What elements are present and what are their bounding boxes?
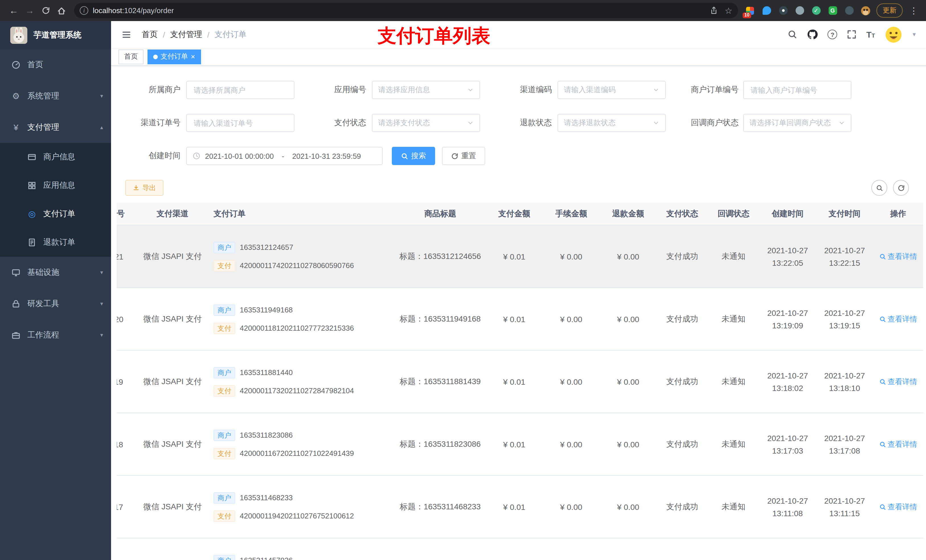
- extension-icon-6[interactable]: G: [828, 5, 838, 16]
- order-record-icon: ◎: [27, 209, 36, 219]
- sidebar-item-infra[interactable]: 基础设施 ▾: [0, 257, 111, 288]
- search-icon[interactable]: [788, 30, 797, 39]
- extension-icon-7[interactable]: [844, 5, 854, 16]
- url-bar[interactable]: i localhost:1024/pay/order ☆: [74, 3, 738, 18]
- bookmark-star-icon[interactable]: ☆: [725, 5, 732, 16]
- avatar-caret-icon[interactable]: ▾: [912, 31, 916, 38]
- view-detail-link[interactable]: 查看详情: [879, 314, 917, 324]
- reload-icon[interactable]: [38, 3, 53, 18]
- app-title: 芋道管理系统: [33, 30, 82, 40]
- forward-icon[interactable]: →: [22, 3, 38, 18]
- col-actions: 操作: [873, 208, 923, 219]
- sidebar-item-merchant-info[interactable]: 商户信息: [0, 143, 111, 171]
- extension-icon-5[interactable]: ✓: [811, 5, 821, 16]
- extension-icon-3[interactable]: [778, 5, 788, 16]
- pay-status-select[interactable]: 请选择支付状态: [372, 114, 480, 132]
- annotation-page-title: 支付订单列表: [378, 23, 490, 49]
- order-id-cell: 118: [117, 440, 138, 449]
- merchant-input[interactable]: [186, 81, 294, 99]
- view-detail-link[interactable]: 查看详情: [879, 439, 917, 449]
- merchant-order-no-input[interactable]: [743, 81, 851, 99]
- view-detail-link[interactable]: 查看详情: [879, 376, 917, 387]
- url-text: localhost:1024/pay/order: [93, 6, 174, 15]
- breadcrumb-pay[interactable]: 支付管理: [170, 29, 202, 39]
- fullscreen-icon[interactable]: [847, 30, 856, 39]
- chevron-down-icon: [838, 119, 845, 126]
- channel-code-select[interactable]: 请输入渠道编码: [558, 81, 666, 99]
- channel-order-no-input[interactable]: [186, 114, 294, 132]
- help-icon[interactable]: ?: [828, 30, 837, 39]
- fee-amount-cell: ¥ 0.00: [543, 314, 600, 323]
- table-row[interactable]: 121 微信 JSAPI 支付 商户 1635312124657 支付 4200…: [117, 225, 923, 288]
- pay-channel-cell: 微信 JSAPI 支付: [138, 502, 207, 512]
- reset-button[interactable]: 重置: [442, 147, 485, 165]
- sidebar-item-refund-order[interactable]: 退款订单: [0, 228, 111, 257]
- search-button[interactable]: 搜索: [392, 147, 435, 165]
- table-row[interactable]: 120 微信 JSAPI 支付 商户 1635311949168 支付 4200…: [117, 288, 923, 350]
- create-time-cell: 2021-10-2713:11:08: [759, 494, 816, 519]
- app-grid-icon: [27, 181, 36, 190]
- col-channel: 支付渠道: [138, 208, 207, 219]
- sidebar-item-app-info[interactable]: 应用信息: [0, 171, 111, 200]
- sidebar-item-devtools[interactable]: 研发工具 ▾: [0, 288, 111, 319]
- github-icon[interactable]: [807, 29, 818, 40]
- extensions-area: 10 ✓ G: [745, 5, 871, 16]
- fee-amount-cell: ¥ 0.00: [543, 377, 600, 386]
- tab-pay-order[interactable]: 支付订单 ×: [147, 49, 201, 64]
- merchant-tag: 商户: [213, 492, 235, 503]
- notify-status-select[interactable]: 请选择订单回调商户状态: [743, 114, 851, 132]
- sidebar-item-home[interactable]: 首页: [0, 49, 111, 80]
- breadcrumb-home[interactable]: 首页: [142, 29, 158, 39]
- refresh-button[interactable]: [893, 180, 909, 196]
- merchant-order-no: 1635312124657: [240, 243, 293, 252]
- browser-chrome: ← → i localhost:1024/pay/order ☆ 10 ✓ G: [0, 0, 926, 21]
- col-pay-time: 支付时间: [816, 208, 873, 219]
- sidebar-toggle-icon[interactable]: [121, 30, 132, 39]
- col-fee-amount: 手续金额: [543, 208, 600, 219]
- hide-search-button[interactable]: [872, 180, 887, 196]
- dashboard-icon: [11, 60, 21, 69]
- merchant-order-no: 1635311949168: [240, 306, 293, 314]
- pay-submenu: 商户信息 应用信息 ◎ 支付订单: [0, 143, 111, 257]
- tab-close-icon[interactable]: ×: [191, 53, 195, 60]
- refund-status-select[interactable]: 请选择退款状态: [558, 114, 666, 132]
- pay-status-cell: 支付成功: [657, 376, 708, 387]
- date-end-value: 2021-10-31 23:59:59: [292, 152, 361, 160]
- extension-icon-8[interactable]: [861, 5, 871, 16]
- refund-amount-cell: ¥ 0.00: [600, 252, 657, 261]
- view-detail-link[interactable]: 查看详情: [879, 502, 917, 512]
- extension-icon-1[interactable]: 10: [745, 5, 755, 16]
- export-button[interactable]: 导出: [125, 180, 163, 196]
- sidebar-item-workflow[interactable]: 工作流程 ▾: [0, 319, 111, 350]
- extension-icon-2[interactable]: [761, 5, 772, 16]
- font-size-icon[interactable]: TT: [866, 30, 875, 39]
- app-id-select[interactable]: 请选择应用信息: [372, 81, 480, 99]
- site-info-icon[interactable]: i: [80, 6, 88, 15]
- browser-update-button[interactable]: 更新: [876, 3, 903, 18]
- tab-home[interactable]: 首页: [118, 49, 144, 64]
- extension-icon-4[interactable]: [794, 5, 805, 16]
- app-sidebar: 芋道管理系统 首页 ⚙ 系统管理 ▾ ¥ 支付管理 ▴: [0, 21, 111, 560]
- home-icon[interactable]: [53, 3, 70, 18]
- user-avatar[interactable]: [885, 25, 903, 44]
- table-row[interactable]: 117 微信 JSAPI 支付 商户 1635311468233 支付 4200…: [117, 476, 923, 538]
- create-time-range-picker[interactable]: 2021-10-01 00:00:00 - 2021-10-31 23:59:5…: [186, 147, 383, 165]
- sidebar-item-pay[interactable]: ¥ 支付管理 ▴: [0, 112, 111, 143]
- sidebar-menu: 首页 ⚙ 系统管理 ▾ ¥ 支付管理 ▴ 商: [0, 49, 111, 350]
- table-row[interactable]: 118 微信 JSAPI 支付 商户 1635311823086 支付 4200…: [117, 413, 923, 476]
- pay-time-cell: 2021-10-2713:18:10: [816, 369, 873, 394]
- actions-cell: 查看详情: [873, 439, 923, 449]
- orders-table: 编号 支付渠道 支付订单 商品标题 支付金额 手续金额 退款金额 支付状态 回调…: [117, 202, 923, 560]
- back-icon[interactable]: ←: [6, 3, 22, 18]
- merchant-tag: 商户: [213, 429, 235, 441]
- browser-menu-icon[interactable]: ⋮: [907, 5, 920, 16]
- order-id-cell: 121: [117, 252, 138, 261]
- sidebar-item-pay-order[interactable]: ◎ 支付订单: [0, 200, 111, 228]
- sidebar-item-system[interactable]: ⚙ 系统管理 ▾: [0, 80, 111, 112]
- table-row[interactable]: 商户 1635311457936 支付 查看详情: [117, 538, 923, 560]
- table-row[interactable]: 119 微信 JSAPI 支付 商户 1635311881440 支付 4200…: [117, 350, 923, 413]
- view-detail-link[interactable]: 查看详情: [879, 251, 917, 261]
- filter-row-2: 渠道订单号 支付状态 请选择支付状态 退款状态 请选择退款状态 回调商户状态 请…: [111, 114, 926, 132]
- app-logo[interactable]: 芋道管理系统: [0, 21, 111, 49]
- share-icon[interactable]: [709, 6, 718, 15]
